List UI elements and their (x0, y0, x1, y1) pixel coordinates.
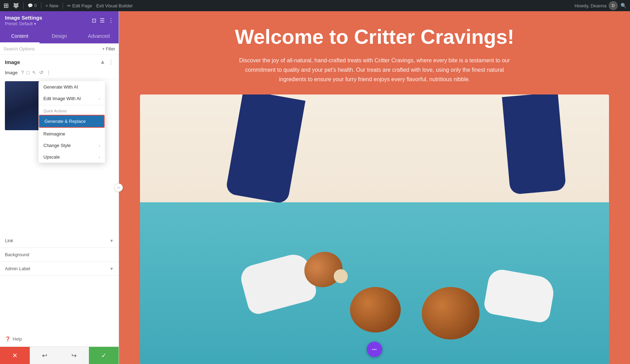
howdy-text: Howdy, Deanna (574, 3, 607, 8)
tab-design[interactable]: Design (40, 30, 79, 43)
sidebar: Image Settings Preset: Default ▾ ⊡ ☰ ⋮ C… (0, 11, 119, 364)
change-style-chevron-icon: › (99, 144, 100, 148)
sidebar-more-icon[interactable]: ⋮ (108, 17, 114, 24)
hero-title: Welcome to Critter Cravings! (140, 25, 609, 49)
admin-label-title: Admin Label (5, 266, 30, 271)
image-field-label: Image (5, 70, 18, 75)
help-icon[interactable]: ❓ (5, 336, 10, 342)
howdy-label: Howdy, Deanna D (574, 1, 618, 10)
image-section-header: Image ▲ ⋮ (0, 55, 119, 68)
admin-bar: ⊞ 🐺 💬 0 + New ✏ Edit Page Exit Visual Bu… (0, 0, 630, 11)
edit-image-ai-label: Edit Image With AI (43, 96, 81, 101)
link-section: Link ▼ (0, 234, 119, 248)
image-cursor-icon[interactable]: ↖ (32, 70, 36, 75)
reimagine-item[interactable]: Reimagine (38, 128, 105, 140)
image-copy-icon[interactable]: □ (27, 70, 29, 75)
sidebar-columns-icon[interactable]: ☰ (100, 17, 105, 24)
right-cookie (422, 287, 479, 340)
background-section-title: Background (5, 252, 29, 257)
redo-button[interactable]: ↪ (59, 347, 89, 364)
tab-advanced[interactable]: Advanced (79, 30, 119, 43)
sidebar-header: Image Settings Preset: Default ▾ ⊡ ☰ ⋮ (0, 11, 119, 30)
tab-content[interactable]: Content (0, 30, 40, 43)
help-section: ❓ Help (0, 331, 119, 346)
save-button[interactable]: ✓ (89, 347, 119, 364)
user-avatar[interactable]: D (609, 1, 618, 10)
image-help-icon[interactable]: ? (21, 70, 24, 75)
background-section: Background (0, 248, 119, 262)
bottom-bar: ✕ ↩ ↪ ✓ (0, 346, 119, 364)
edit-page-button[interactable]: ✏ Edit Page (67, 3, 92, 8)
divider (23, 2, 23, 9)
section-title: Image (5, 59, 20, 65)
redo-icon: ↪ (71, 352, 77, 359)
generate-ai-label: Generate With AI (43, 84, 78, 90)
sidebar-resize-handle[interactable]: ↔ (114, 183, 123, 192)
sidebar-title: Image Settings (5, 15, 42, 21)
generate-replace-item[interactable]: Generate & Replace (39, 115, 105, 128)
image-more-icon[interactable]: ⋮ (46, 70, 51, 75)
wordpress-logo-icon[interactable]: ⊞ (4, 2, 9, 9)
comment-icon[interactable]: 💬 0 (28, 3, 37, 8)
edit-image-with-ai-item[interactable]: Edit Image With AI › (38, 93, 105, 104)
sidebar-search-bar: + Filter (0, 43, 119, 55)
link-section-title: Link (5, 238, 13, 243)
context-menu: Generate With AI Edit Image With AI › Qu… (38, 81, 105, 163)
reimagine-label: Reimagine (43, 131, 65, 136)
undo-button[interactable]: ↩ (30, 347, 59, 364)
change-style-item[interactable]: Change Style › (38, 140, 105, 151)
comment-count: 0 (34, 3, 37, 8)
generate-with-ai-item[interactable]: Generate With AI (38, 81, 105, 93)
menu-divider (38, 105, 105, 105)
divider3 (63, 2, 63, 9)
image-label-row: Image ? □ ↖ ↺ ⋮ (0, 68, 119, 79)
admin-label-expand-icon[interactable]: ▼ (110, 266, 114, 271)
quick-actions-label: Quick Actions (38, 106, 105, 114)
main-layout: Image Settings Preset: Default ▾ ⊡ ☰ ⋮ C… (0, 11, 630, 364)
help-label[interactable]: Help (13, 336, 22, 342)
filter-button[interactable]: + Filter (102, 47, 115, 51)
chevron-right-icon: › (99, 97, 100, 101)
page-hero-content: Welcome to Critter Cravings! Discover th… (119, 11, 630, 94)
exit-visual-builder-button[interactable]: Exit Visual Builder (96, 3, 133, 8)
left-arm (225, 94, 305, 204)
divider2 (41, 2, 41, 9)
cookie-scene-bg (140, 94, 609, 364)
woocommerce-icon[interactable]: 🐺 (13, 3, 19, 8)
admin-label-section: Admin Label ▼ (0, 262, 119, 276)
comment-bubble-icon: 💬 (28, 3, 33, 8)
fab-icon: ••• (372, 348, 377, 351)
cookie-image-section: ••• (140, 94, 609, 364)
search-input[interactable] (4, 46, 100, 51)
upscale-label: Upscale (43, 154, 60, 160)
right-arm (502, 94, 566, 195)
link-expand-icon[interactable]: ▼ (110, 238, 114, 243)
hero-subtitle: Discover the joy of all-natural, hand-cr… (238, 56, 511, 84)
generate-replace-label: Generate & Replace (44, 119, 86, 124)
main-content-area: Welcome to Critter Cravings! Discover th… (119, 11, 630, 364)
fab-button[interactable]: ••• (367, 342, 382, 357)
new-button[interactable]: + New (46, 3, 58, 8)
cancel-button[interactable]: ✕ (0, 347, 30, 364)
section-collapse-icon[interactable]: ▲ (100, 59, 105, 65)
preset-selector[interactable]: Preset: Default ▾ (5, 21, 42, 26)
undo-icon: ↩ (42, 352, 47, 359)
center-cookie (350, 287, 401, 332)
upscale-chevron-icon: › (99, 155, 100, 159)
save-icon: ✓ (101, 352, 106, 359)
admin-search-icon[interactable]: 🔍 (621, 3, 626, 8)
sidebar-expand-icon[interactable]: ⊡ (92, 17, 96, 24)
cancel-icon: ✕ (12, 352, 18, 359)
sidebar-tabs: Content Design Advanced (0, 30, 119, 43)
image-reset-icon[interactable]: ↺ (39, 70, 43, 75)
section-more-icon[interactable]: ⋮ (108, 59, 114, 65)
upscale-item[interactable]: Upscale › (38, 151, 105, 163)
change-style-label: Change Style (43, 143, 71, 148)
